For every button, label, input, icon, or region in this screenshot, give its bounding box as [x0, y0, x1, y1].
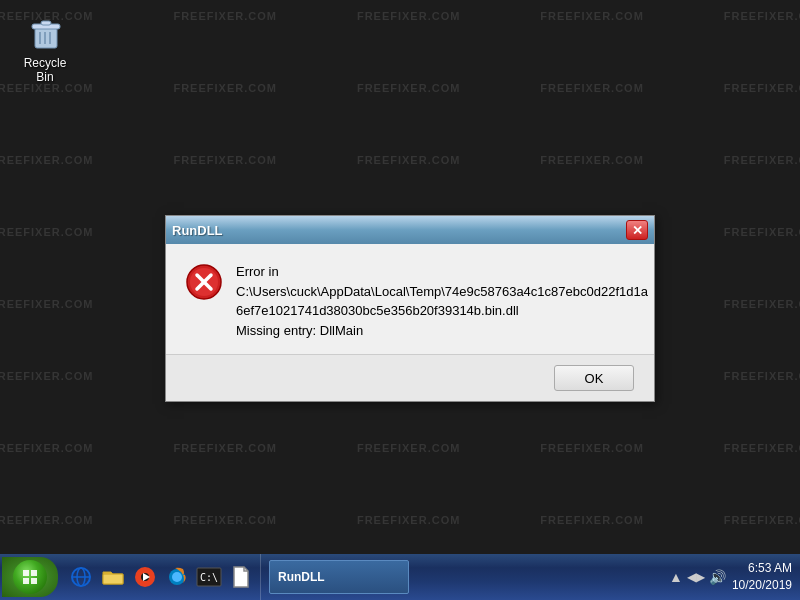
dialog-footer: OK [166, 354, 654, 401]
system-clock[interactable]: 6:53 AM 10/20/2019 [732, 560, 792, 594]
dialog-close-button[interactable]: ✕ [626, 220, 648, 240]
dialog-body: Error in C:\Users\cuck\AppData\Local\Tem… [166, 244, 654, 354]
ie-icon[interactable] [66, 562, 96, 592]
ok-button[interactable]: OK [554, 365, 634, 391]
media-player-icon[interactable] [130, 562, 160, 592]
folder-icon[interactable] [98, 562, 128, 592]
recycle-bin-label: Recycle Bin [14, 56, 76, 84]
svg-rect-0 [35, 28, 57, 48]
taskbar: C:\ RunDLL ▲ ◀▶ 🔊 6:53 AM 10/20/2019 [0, 554, 800, 600]
svg-rect-2 [41, 21, 51, 25]
error-icon [186, 264, 222, 300]
file-icon[interactable] [226, 562, 256, 592]
clock-date: 10/20/2019 [732, 577, 792, 594]
taskbar-active-window[interactable]: RunDLL [269, 560, 409, 594]
tray-icons: ▲ ◀▶ 🔊 [669, 569, 726, 585]
dialog-title: RunDLL [172, 223, 223, 238]
tray-arrow-icon[interactable]: ▲ [669, 569, 683, 585]
recycle-bin-graphic [25, 12, 65, 52]
clock-time: 6:53 AM [732, 560, 792, 577]
recycle-bin-icon[interactable]: Recycle Bin [10, 8, 80, 88]
desktop: FREEFIXER.COM FREEFIXER.COM FREEFIXER.CO… [0, 0, 800, 554]
svg-text:C:\: C:\ [200, 572, 218, 583]
rundll-dialog: RunDLL ✕ Error in C:\Users\cuck\AppData\… [165, 215, 655, 402]
taskbar-window-label: RunDLL [278, 570, 325, 584]
svg-point-18 [172, 572, 182, 582]
cmd-icon[interactable]: C:\ [194, 562, 224, 592]
start-button[interactable] [2, 557, 58, 597]
error-message: Error in C:\Users\cuck\AppData\Local\Tem… [236, 262, 648, 340]
dialog-titlebar: RunDLL ✕ [166, 216, 654, 244]
tray-network-icon[interactable]: ◀▶ [687, 570, 705, 584]
tray-volume-icon[interactable]: 🔊 [709, 569, 726, 585]
start-orb [13, 560, 47, 594]
quick-launch: C:\ [62, 554, 261, 600]
system-tray: ▲ ◀▶ 🔊 6:53 AM 10/20/2019 [661, 554, 800, 600]
svg-rect-13 [103, 574, 123, 584]
firefox-icon[interactable] [162, 562, 192, 592]
